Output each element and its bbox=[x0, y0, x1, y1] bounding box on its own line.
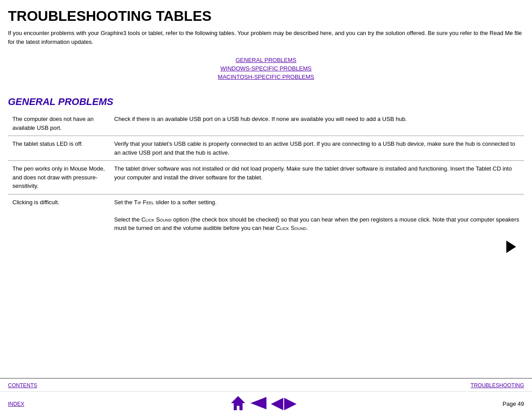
home-button[interactable] bbox=[230, 395, 246, 412]
solution-cell: The tablet driver software was not insta… bbox=[110, 161, 524, 194]
problem-cell: The computer does not have an available … bbox=[8, 111, 110, 136]
problem-cell: Clicking is difficult. bbox=[8, 194, 110, 236]
troubleshooting-link[interactable]: TROUBLESHOOTING bbox=[470, 382, 524, 389]
svg-marker-0 bbox=[231, 396, 245, 410]
prev-next-button[interactable] bbox=[271, 398, 297, 410]
problems-table: The computer does not have an available … bbox=[8, 111, 524, 236]
general-problems-link[interactable]: GENERAL PROBLEMS bbox=[8, 57, 524, 63]
page-title: TROUBLESHOOTING TABLES bbox=[8, 8, 524, 24]
footer-top: CONTENTS TROUBLESHOOTING bbox=[0, 379, 532, 392]
solution-cell-multi: Set the Tip Feel slider to a softer sett… bbox=[110, 194, 524, 236]
next-arrow[interactable] bbox=[8, 236, 524, 256]
back-button[interactable] bbox=[251, 397, 266, 411]
svg-marker-3 bbox=[284, 398, 297, 410]
index-link[interactable]: INDEX bbox=[8, 401, 24, 407]
back-icon bbox=[251, 397, 266, 409]
links-section: GENERAL PROBLEMS WINDOWS-SPECIFIC PROBLE… bbox=[8, 57, 524, 80]
main-content: TROUBLESHOOTING TABLES If you encounter … bbox=[0, 0, 532, 309]
solution-line1: Set the Tip Feel slider to a softer sett… bbox=[114, 198, 520, 207]
svg-marker-2 bbox=[271, 398, 283, 410]
nav-icon-group bbox=[230, 395, 297, 412]
footer: CONTENTS TROUBLESHOOTING INDEX bbox=[0, 378, 532, 416]
intro-text: If you encounter problems with your Grap… bbox=[8, 29, 524, 46]
table-row: The tablet status LED is off. Verify tha… bbox=[8, 136, 524, 161]
problem-cell: The pen works only in Mouse Mode, and do… bbox=[8, 161, 110, 194]
home-icon bbox=[230, 395, 246, 411]
contents-link[interactable]: CONTENTS bbox=[8, 382, 37, 389]
solution-cell: Verify that your tablet’s USB cable is p… bbox=[110, 136, 524, 161]
mac-problems-link[interactable]: MACINTOSH-SPECIFIC PROBLEMS bbox=[8, 74, 524, 80]
table-row: The computer does not have an available … bbox=[8, 111, 524, 136]
section-title: GENERAL PROBLEMS bbox=[8, 96, 524, 108]
prev-icon bbox=[271, 398, 283, 410]
problem-cell: The tablet status LED is off. bbox=[8, 136, 110, 161]
footer-bottom: INDEX bbox=[0, 392, 532, 416]
windows-problems-link[interactable]: WINDOWS-SPECIFIC PROBLEMS bbox=[8, 65, 524, 72]
svg-marker-1 bbox=[251, 397, 266, 409]
table-row: Clicking is difficult. Set the Tip Feel … bbox=[8, 194, 524, 236]
next-icon bbox=[284, 398, 297, 410]
page-number: Page 49 bbox=[503, 400, 524, 407]
solution-cell: Check if there is an available USB port … bbox=[110, 111, 524, 136]
solution-line2: Select the Click Sound option (the check… bbox=[114, 215, 520, 233]
table-row: The pen works only in Mouse Mode, and do… bbox=[8, 161, 524, 194]
